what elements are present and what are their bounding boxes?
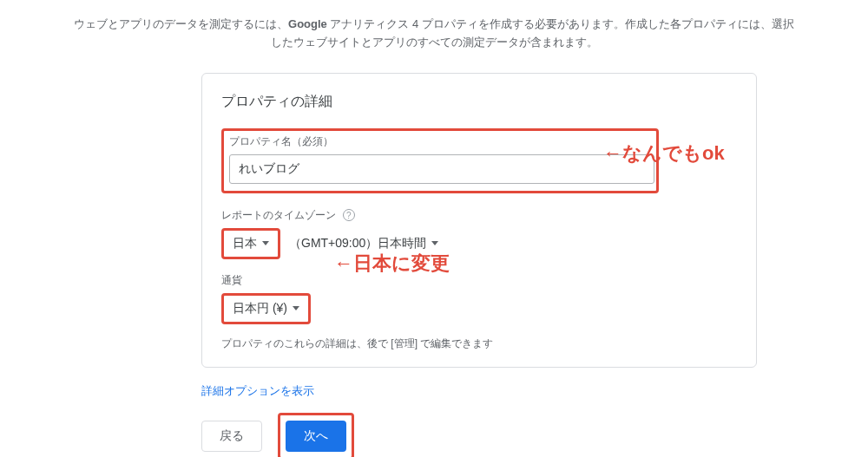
edit-later-hint: プロパティのこれらの詳細は、後で [管理] で編集できます bbox=[221, 336, 737, 351]
currency-value: 日本円 (¥) bbox=[233, 301, 287, 317]
annotation-highlight-currency: 日本円 (¥) bbox=[221, 293, 311, 324]
annotation-highlight-property-name: プロパティ名（必須） bbox=[221, 128, 659, 193]
intro-text-pre: ウェブとアプリのデータを測定するには、 bbox=[74, 17, 288, 30]
intro-bold: Google bbox=[288, 17, 327, 30]
help-icon[interactable]: ? bbox=[343, 209, 355, 221]
caret-down-icon bbox=[262, 241, 269, 245]
caret-down-icon bbox=[431, 241, 438, 245]
property-name-input[interactable] bbox=[229, 154, 654, 184]
currency-dropdown[interactable]: 日本円 (¥) bbox=[226, 297, 306, 320]
timezone-country-dropdown[interactable]: 日本 bbox=[226, 232, 276, 255]
annotation-change-to-japan: ←日本に変更 bbox=[334, 251, 450, 277]
annotation-highlight-next: 次へ bbox=[278, 413, 354, 457]
intro-text-post: アナリティクス 4 プロパティを作成する必要があります。作成した各プロパティには… bbox=[271, 17, 794, 49]
back-button[interactable]: 戻る bbox=[201, 421, 262, 452]
property-name-label: プロパティ名（必須） bbox=[229, 134, 651, 149]
card-title: プロパティの詳細 bbox=[221, 93, 737, 111]
caret-down-icon bbox=[293, 306, 299, 310]
next-button[interactable]: 次へ bbox=[286, 421, 346, 452]
timezone-offset-value: （GMT+09:00）日本時間 bbox=[289, 236, 426, 251]
page-intro: ウェブとアプリのデータを測定するには、Google アナリティクス 4 プロパテ… bbox=[0, 0, 868, 52]
currency-label: 通貨 bbox=[221, 273, 737, 288]
annotation-anything-ok: ←なんでもok bbox=[603, 140, 725, 166]
timezone-country-value: 日本 bbox=[233, 236, 257, 251]
property-details-card: プロパティの詳細 プロパティ名（必須） ←なんでもok レポートのタイムゾーン … bbox=[201, 73, 757, 368]
annotation-highlight-country: 日本 bbox=[221, 228, 280, 259]
show-advanced-options-link[interactable]: 詳細オプションを表示 bbox=[201, 383, 314, 399]
timezone-label: レポートのタイムゾーン bbox=[221, 209, 336, 221]
button-row: 戻る 次へ bbox=[201, 413, 868, 457]
